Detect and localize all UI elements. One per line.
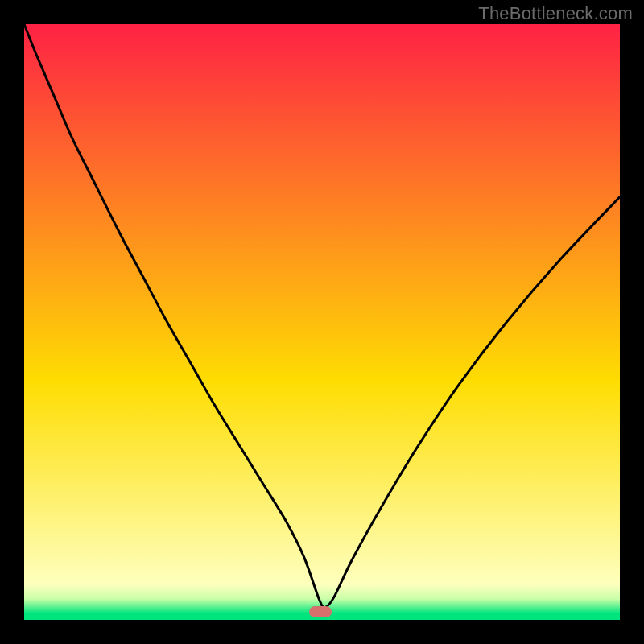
watermark-text: TheBottleneck.com — [478, 3, 633, 24]
chart-frame: TheBottleneck.com — [0, 0, 644, 644]
optimum-marker — [309, 606, 332, 617]
bottleneck-curve — [24, 24, 620, 620]
plot-area — [24, 24, 620, 620]
